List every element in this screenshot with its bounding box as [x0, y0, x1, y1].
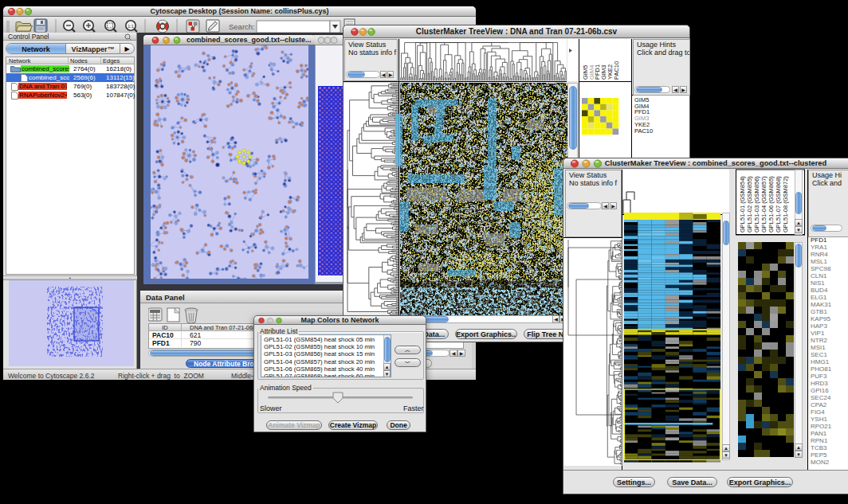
svg-text:PAN1: PAN1	[811, 430, 827, 437]
svg-text:GPL51-08 (GSM872): GPL51-08 (GSM872)	[782, 176, 789, 232]
svg-text:TCB3: TCB3	[811, 444, 827, 451]
svg-text:GPL51-03 (GSM856): GPL51-03 (GSM856)	[753, 176, 760, 232]
svg-text:ELG1: ELG1	[811, 294, 827, 301]
svg-text:HAP3: HAP3	[811, 322, 827, 330]
svg-text:RNR4: RNR4	[811, 251, 828, 258]
svg-text:SEC1: SEC1	[811, 351, 827, 358]
svg-text:RPN1: RPN1	[811, 437, 828, 444]
svg-text:1:1: 1:1	[128, 24, 134, 29]
svg-text:KAP95: KAP95	[811, 315, 830, 322]
svg-text:YSH1: YSH1	[811, 416, 827, 423]
svg-text:Search:: Search:	[229, 22, 255, 31]
svg-text:PHO81: PHO81	[811, 365, 832, 373]
svg-text:SPC98: SPC98	[811, 265, 831, 272]
svg-text:GPL51-01 (GSM854): GPL51-01 (GSM854)	[739, 176, 746, 232]
svg-text:MSL1: MSL1	[811, 258, 827, 265]
svg-text:PFD1: PFD1	[811, 236, 827, 244]
svg-text:CPA2: CPA2	[811, 401, 827, 408]
svg-text:HMG1: HMG1	[811, 358, 830, 365]
svg-text:GPL51-04 (GSM857): GPL51-04 (GSM857)	[760, 176, 768, 232]
svg-text:MON2: MON2	[811, 459, 830, 466]
svg-text:YRA1: YRA1	[811, 244, 827, 251]
svg-text:NIS1: NIS1	[811, 279, 825, 287]
svg-text:FIG4: FIG4	[811, 408, 825, 416]
svg-text:GPL51-06 (GSM865): GPL51-06 (GSM865)	[768, 176, 775, 232]
svg-text:SEC24: SEC24	[811, 394, 831, 401]
svg-text:GPL51-02 (GSM855): GPL51-02 (GSM855)	[746, 176, 753, 232]
svg-text:HRD3: HRD3	[811, 380, 828, 387]
svg-text:PUF3: PUF3	[811, 373, 827, 380]
svg-text:PAC10: PAC10	[613, 61, 620, 80]
svg-text:VIP1: VIP1	[811, 330, 825, 337]
svg-text:GTB1: GTB1	[811, 308, 827, 315]
svg-text:GPI16: GPI16	[811, 387, 829, 394]
svg-text:RPO21: RPO21	[811, 423, 832, 430]
svg-text:BUD4: BUD4	[811, 287, 828, 294]
svg-text:MSI1: MSI1	[811, 344, 826, 351]
svg-text:MAK31: MAK31	[811, 301, 832, 308]
svg-text:GPL51-07 (GSM868): GPL51-07 (GSM868)	[775, 176, 782, 232]
svg-text:NTR2: NTR2	[811, 337, 827, 344]
svg-text:PEP5: PEP5	[811, 451, 827, 459]
svg-text:CLN1: CLN1	[811, 272, 827, 279]
svg-text:PAC10: PAC10	[634, 127, 653, 135]
